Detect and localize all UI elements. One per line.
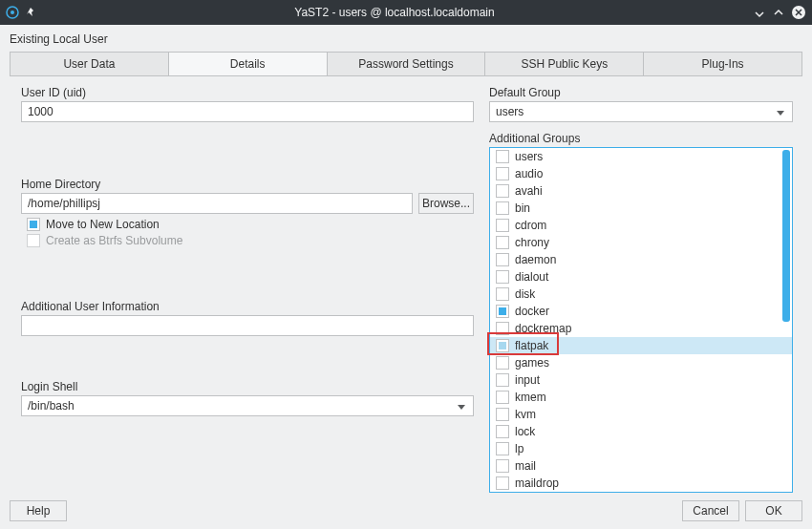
group-item-label: dockremap: [515, 322, 571, 335]
group-item-label: games: [515, 356, 549, 370]
pin-icon[interactable]: [25, 7, 36, 18]
group-checkbox-icon[interactable]: [496, 408, 509, 421]
login-shell-label: Login Shell: [21, 380, 77, 393]
home-directory-input[interactable]: [21, 193, 413, 214]
group-item-audio[interactable]: audio: [490, 165, 792, 182]
group-item-dialout[interactable]: dialout: [490, 268, 792, 286]
group-item-label: lock: [515, 425, 535, 438]
group-item-docker[interactable]: docker: [490, 303, 792, 320]
app-menu-icon[interactable]: [6, 6, 19, 19]
create-btrfs-row: Create as Btrfs Subvolume: [27, 234, 182, 247]
tab-details[interactable]: Details: [169, 53, 328, 75]
close-icon[interactable]: [791, 5, 806, 20]
group-item-cdrom[interactable]: cdrom: [490, 217, 792, 234]
titlebar: YaST2 - users @ localhost.localdomain: [0, 0, 812, 25]
browse-button[interactable]: Browse...: [418, 193, 474, 214]
minimize-icon[interactable]: [753, 6, 766, 19]
group-checkbox-icon[interactable]: [496, 219, 509, 232]
page-title: Existing Local User: [10, 32, 108, 46]
group-checkbox-icon[interactable]: [496, 270, 509, 284]
group-checkbox-icon[interactable]: [496, 253, 509, 266]
group-checkbox-icon[interactable]: [496, 425, 509, 438]
btrfs-checkbox-icon: [27, 234, 40, 247]
additional-groups-label: Additional Groups: [489, 132, 580, 145]
uid-input[interactable]: [21, 101, 474, 122]
move-checkbox-label: Move to New Location: [46, 218, 160, 231]
group-item-label: chrony: [515, 236, 549, 249]
group-item-input[interactable]: input: [490, 371, 792, 389]
group-item-mail[interactable]: mail: [490, 457, 792, 475]
group-checkbox-icon[interactable]: [496, 305, 509, 318]
default-group-select[interactable]: users: [489, 101, 793, 122]
btrfs-checkbox-label: Create as Btrfs Subvolume: [46, 234, 182, 247]
group-item-flatpak[interactable]: flatpak: [490, 337, 792, 354]
group-item-label: mail: [515, 459, 536, 473]
group-item-label: users: [515, 150, 543, 163]
group-checkbox-icon[interactable]: [496, 373, 509, 387]
group-checkbox-icon[interactable]: [496, 322, 509, 335]
group-item-label: docker: [515, 305, 549, 318]
group-item-label: cdrom: [515, 219, 546, 232]
group-item-label: maildrop: [515, 476, 559, 490]
group-item-daemon[interactable]: daemon: [490, 251, 792, 268]
maximize-icon[interactable]: [772, 6, 785, 19]
group-checkbox-icon[interactable]: [496, 476, 509, 490]
group-item-maildrop[interactable]: maildrop: [490, 475, 792, 492]
move-to-new-location-row[interactable]: Move to New Location: [27, 218, 160, 231]
group-item-games[interactable]: games: [490, 354, 792, 371]
tab-ssh-public-keys[interactable]: SSH Public Keys: [485, 53, 644, 75]
group-item-label: input: [515, 373, 540, 387]
ok-button[interactable]: OK: [745, 500, 802, 521]
additional-info-label: Additional User Information: [21, 300, 160, 313]
scrollbar-thumb[interactable]: [782, 150, 790, 322]
group-item-disk[interactable]: disk: [490, 286, 792, 303]
group-checkbox-icon[interactable]: [496, 459, 509, 473]
tabs: User Data Details Password Settings SSH …: [10, 52, 802, 76]
group-item-avahi[interactable]: avahi: [490, 182, 792, 200]
additional-info-input[interactable]: [21, 315, 474, 336]
group-checkbox-icon[interactable]: [496, 356, 509, 370]
group-checkbox-icon[interactable]: [496, 339, 509, 352]
group-checkbox-icon[interactable]: [496, 391, 509, 404]
move-checkbox-icon[interactable]: [27, 218, 40, 231]
additional-groups-list[interactable]: usersaudioavahibincdromchronydaemondialo…: [489, 147, 793, 493]
group-item-dockremap[interactable]: dockremap: [490, 320, 792, 337]
tab-user-data[interactable]: User Data: [11, 53, 169, 75]
home-directory-label: Home Directory: [21, 178, 100, 191]
group-checkbox-icon[interactable]: [496, 442, 509, 455]
group-item-label: daemon: [515, 253, 556, 266]
cancel-button[interactable]: Cancel: [682, 500, 739, 521]
group-item-label: disk: [515, 287, 535, 301]
group-item-kvm[interactable]: kvm: [490, 406, 792, 423]
group-checkbox-icon[interactable]: [496, 167, 509, 180]
group-checkbox-icon[interactable]: [496, 201, 509, 215]
group-item-chrony[interactable]: chrony: [490, 234, 792, 251]
group-item-label: kvm: [515, 408, 536, 421]
group-item-users[interactable]: users: [490, 148, 792, 165]
group-item-label: avahi: [515, 184, 543, 198]
uid-label: User ID (uid): [21, 86, 86, 99]
svg-point-1: [11, 11, 14, 14]
group-checkbox-icon[interactable]: [496, 184, 509, 198]
group-item-lp[interactable]: lp: [490, 440, 792, 457]
group-item-label: bin: [515, 201, 530, 215]
group-checkbox-icon[interactable]: [496, 150, 509, 163]
login-shell-value: /bin/bash: [28, 399, 75, 413]
group-item-lock[interactable]: lock: [490, 423, 792, 440]
tab-plug-ins[interactable]: Plug-Ins: [644, 53, 801, 75]
tab-password-settings[interactable]: Password Settings: [328, 53, 486, 75]
group-item-kmem[interactable]: kmem: [490, 389, 792, 406]
group-item-label: audio: [515, 167, 543, 180]
group-item-bin[interactable]: bin: [490, 200, 792, 217]
default-group-value: users: [496, 105, 524, 118]
group-item-label: dialout: [515, 270, 548, 284]
group-item-label: kmem: [515, 391, 546, 404]
help-button[interactable]: Help: [10, 500, 67, 521]
group-item-label: lp: [515, 442, 524, 455]
group-checkbox-icon[interactable]: [496, 287, 509, 301]
default-group-label: Default Group: [489, 86, 561, 99]
login-shell-select[interactable]: /bin/bash: [21, 395, 474, 416]
window-title: YaST2 - users @ localhost.localdomain: [36, 6, 753, 19]
group-checkbox-icon[interactable]: [496, 236, 509, 249]
group-item-label: flatpak: [515, 339, 548, 352]
